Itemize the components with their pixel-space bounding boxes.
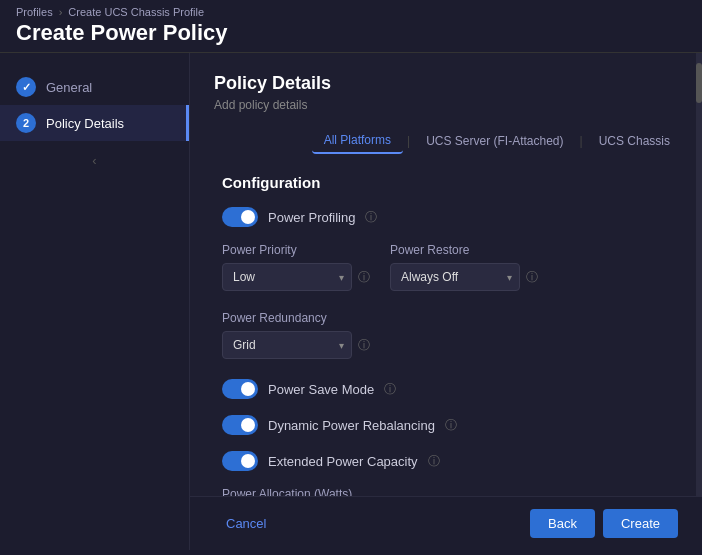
power-restore-label: Power Restore [390, 243, 538, 257]
power-save-mode-row: Power Save Mode ⓘ [214, 379, 682, 399]
dynamic-power-rebalancing-toggle[interactable] [222, 415, 258, 435]
power-profiling-label: Power Profiling [268, 210, 355, 225]
sidebar-collapse-button[interactable]: ‹ [0, 141, 189, 180]
power-profiling-row: Power Profiling ⓘ [214, 207, 682, 227]
power-redundancy-select-wrapper: Grid Not Redundant N+1 ⓘ [222, 331, 370, 359]
collapse-icon: ‹ [92, 153, 96, 168]
platform-tabs: All Platforms | UCS Server (FI-Attached)… [214, 128, 682, 154]
power-profiling-toggle[interactable] [222, 207, 258, 227]
footer-right: Back Create [530, 509, 678, 538]
power-save-mode-toggle[interactable] [222, 379, 258, 399]
power-priority-select-wrapper: Low Medium High ⓘ [222, 263, 370, 291]
policy-details-number-icon: 2 [16, 113, 36, 133]
sidebar-policy-details-label: Policy Details [46, 116, 124, 131]
power-restore-group: Power Restore Always Off Always On Last … [390, 243, 538, 291]
power-restore-select-container: Always Off Always On Last State [390, 263, 520, 291]
tab-ucs-chassis[interactable]: UCS Chassis [587, 129, 682, 153]
extended-power-capacity-toggle[interactable] [222, 451, 258, 471]
section-title: Policy Details [214, 73, 682, 94]
tab-separator-1: | [407, 134, 410, 148]
breadcrumb-separator: › [59, 6, 63, 18]
tab-separator-2: | [580, 134, 583, 148]
power-profiling-help-icon[interactable]: ⓘ [365, 209, 377, 226]
create-button[interactable]: Create [603, 509, 678, 538]
power-restore-help-icon[interactable]: ⓘ [526, 269, 538, 286]
power-priority-select[interactable]: Low Medium High [222, 263, 352, 291]
dynamic-power-rebalancing-help-icon[interactable]: ⓘ [445, 417, 457, 434]
general-check-icon: ✓ [16, 77, 36, 97]
scrollbar-track[interactable] [696, 53, 702, 550]
footer: Cancel Back Create [190, 496, 702, 550]
sidebar-item-policy-details[interactable]: 2 Policy Details [0, 105, 189, 141]
back-button[interactable]: Back [530, 509, 595, 538]
dynamic-power-rebalancing-label: Dynamic Power Rebalancing [268, 418, 435, 433]
configuration-section: Configuration Power Profiling ⓘ Power Pr… [214, 174, 682, 548]
extended-power-capacity-label: Extended Power Capacity [268, 454, 418, 469]
sidebar: ✓ General 2 Policy Details ‹ [0, 53, 190, 550]
tab-all-platforms[interactable]: All Platforms [312, 128, 403, 154]
power-redundancy-group: Power Redundancy Grid Not Redundant N+1 … [222, 311, 370, 359]
power-save-mode-help-icon[interactable]: ⓘ [384, 381, 396, 398]
power-restore-select-wrapper: Always Off Always On Last State ⓘ [390, 263, 538, 291]
footer-left: Cancel [214, 510, 278, 537]
redundancy-row: Power Redundancy Grid Not Redundant N+1 … [214, 311, 682, 359]
dynamic-power-rebalancing-row: Dynamic Power Rebalancing ⓘ [214, 415, 682, 435]
scrollbar-thumb [696, 63, 702, 103]
power-priority-label: Power Priority [222, 243, 370, 257]
section-subtitle: Add policy details [214, 98, 682, 112]
power-priority-group: Power Priority Low Medium High ⓘ [222, 243, 370, 291]
header: Profiles › Create UCS Chassis Profile Cr… [0, 0, 702, 53]
power-redundancy-label: Power Redundancy [222, 311, 370, 325]
breadcrumb-profiles[interactable]: Profiles [16, 6, 53, 18]
power-restore-select[interactable]: Always Off Always On Last State [390, 263, 520, 291]
sidebar-general-label: General [46, 80, 92, 95]
power-redundancy-help-icon[interactable]: ⓘ [358, 337, 370, 354]
extended-power-capacity-row: Extended Power Capacity ⓘ [214, 451, 682, 471]
sidebar-item-general[interactable]: ✓ General [0, 69, 189, 105]
extended-power-capacity-help-icon[interactable]: ⓘ [428, 453, 440, 470]
power-priority-select-container: Low Medium High [222, 263, 352, 291]
power-priority-help-icon[interactable]: ⓘ [358, 269, 370, 286]
power-save-mode-label: Power Save Mode [268, 382, 374, 397]
breadcrumb-current: Create UCS Chassis Profile [68, 6, 204, 18]
priority-restore-row: Power Priority Low Medium High ⓘ [214, 243, 682, 291]
power-redundancy-select-container: Grid Not Redundant N+1 [222, 331, 352, 359]
main-layout: ✓ General 2 Policy Details ‹ Policy Deta… [0, 53, 702, 550]
main-content: Policy Details Add policy details All Pl… [190, 53, 702, 550]
page-title: Create Power Policy [16, 20, 686, 46]
config-title: Configuration [214, 174, 682, 191]
content-area: Policy Details Add policy details All Pl… [190, 53, 702, 550]
cancel-button[interactable]: Cancel [214, 510, 278, 537]
power-redundancy-select[interactable]: Grid Not Redundant N+1 [222, 331, 352, 359]
breadcrumb: Profiles › Create UCS Chassis Profile [16, 6, 686, 18]
tab-ucs-server[interactable]: UCS Server (FI-Attached) [414, 129, 575, 153]
